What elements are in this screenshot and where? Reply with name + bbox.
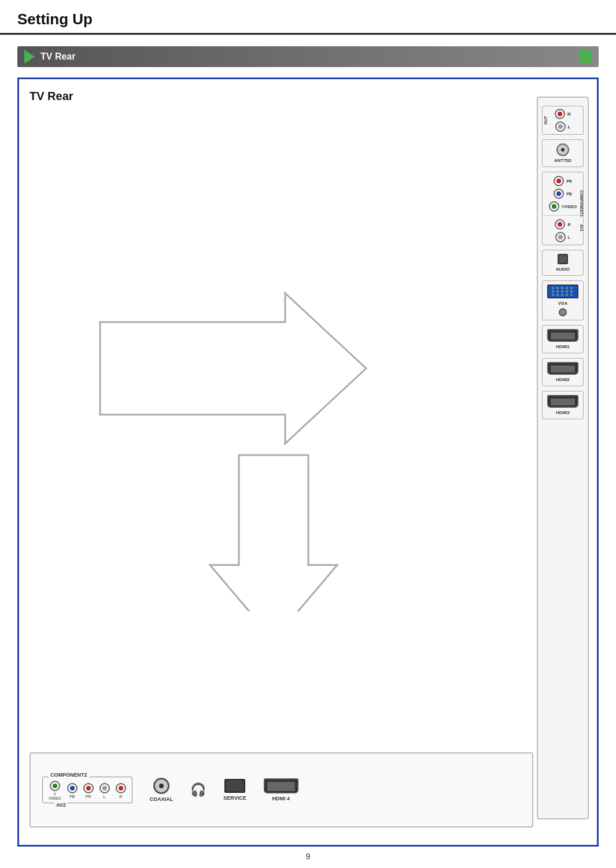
pr-bottom-label: PR [86,795,91,799]
hdmi3-connector [547,395,578,408]
l-bottom: L [99,783,110,799]
l-bottom-connector [99,783,110,793]
audio-section: AUDIO [542,250,584,276]
y-video-row: Y/VIDEO [544,201,581,212]
service-connector [224,779,245,793]
service-group: SERVICE [223,779,246,801]
center-arrows-diagram [65,206,470,611]
r-bottom-label: R [119,795,122,799]
av1-r-row: R [544,219,581,230]
hdmi3-label: HDMI3 [556,410,569,415]
audio-out-r-connector [555,109,565,119]
vga-aux-connector [559,308,567,316]
pr-row: PR [544,176,581,186]
pr-bottom: PR [83,783,94,799]
component2-av2-group: COMPONENT2 YVIDEO PB PR [42,777,132,803]
ant-connector [556,143,569,156]
nav-title: TV Rear [40,51,579,62]
hdmi1-connector [547,329,578,342]
hdmi2-label: HDMI2 [556,377,569,382]
y-video-bottom-connector [50,781,60,791]
right-panel: R L OUT ANT75Ω COMPONENT1 PR PB [537,97,589,819]
hdmi4-label: HDMI 4 [272,796,290,801]
component2-connectors: YVIDEO PB PR L [49,781,126,800]
av1-r-connector [555,219,565,230]
pr-label: PR [566,179,572,183]
audio-optical-connector [558,254,568,264]
av1-l-connector [555,232,566,242]
bottom-strip: COMPONENT2 YVIDEO PB PR [29,752,533,828]
pb-bottom-connector [67,783,78,793]
coaxial-label: COAXIAL [150,796,174,802]
y-video-bottom: YVIDEO [49,781,61,800]
vga-section: VGA [542,280,584,320]
audio-out-l-label: L [568,124,571,130]
pb-bottom-label: PB [69,795,75,799]
pr-connector [554,176,564,186]
main-box-title: TV Rear [29,90,590,103]
r-bottom-connector [116,783,126,793]
nav-indicator [579,50,592,63]
svg-marker-0 [100,293,366,444]
pb-connector [554,189,564,199]
av2-label: AV2 [54,802,68,808]
av1-l-row: L [544,232,581,242]
page-number: 9 [306,852,311,861]
main-content-box: TV Rear R L OUT ANT75Ω COMPONENT1 [17,77,599,847]
vga-label: VGA [558,301,567,306]
page-header: Setting Up [0,0,616,35]
ant-section: ANT75Ω [542,139,584,167]
y-video-label: Y/VIDEO [562,205,577,209]
service-label: SERVICE [223,795,246,801]
y-video-connector [549,201,559,212]
component2-label: COMPONENT2 [49,772,89,778]
coaxial-inner [159,784,164,788]
ant-label: ANT75Ω [554,158,571,163]
pb-label: PB [566,192,572,196]
coaxial-group: COAXIAL [150,778,174,802]
nav-arrow-icon [24,50,35,64]
y-video-bottom-label: YVIDEO [49,792,61,800]
audio-label: AUDIO [556,267,570,272]
vga-connector [547,285,578,298]
audio-out-r-row: R [544,109,581,119]
hdmi4-connector [264,778,298,793]
hdmi1-section: HDMI1 [542,325,584,353]
pb-row: PB [544,189,581,199]
audio-out-l-connector [555,121,566,132]
hdmi4-group: HDMI 4 [264,778,298,801]
r-bottom: R [116,783,126,799]
headphone-icon: 🎧 [190,782,206,797]
svg-marker-1 [210,455,337,611]
av1-l-label: L [568,235,570,239]
hdmi1-label: HDMI1 [556,344,569,349]
pb-bottom: PB [67,783,78,799]
av1-r-label: R [567,223,570,227]
audio-out-section: R L OUT [542,106,584,135]
l-bottom-label: L [104,795,106,799]
page-title: Setting Up [17,10,599,28]
audio-out-l-row: L [544,121,581,132]
pr-bottom-connector [83,783,94,793]
coaxial-connector [153,778,169,794]
vga-dots [552,287,574,296]
nav-bar: TV Rear [17,46,599,67]
hdmi3-section: HDMI3 [542,391,584,419]
section-divider [543,215,583,216]
hdmi2-connector [547,362,578,375]
audio-out-r-label: R [567,112,571,117]
headphone-group: 🎧 [190,782,206,797]
audio-out-label: OUT [544,116,548,125]
hdmi2-section: HDMI2 [542,358,584,386]
component1-av1-section: COMPONENT1 PR PB Y/VIDEO AV1 R [542,172,584,245]
